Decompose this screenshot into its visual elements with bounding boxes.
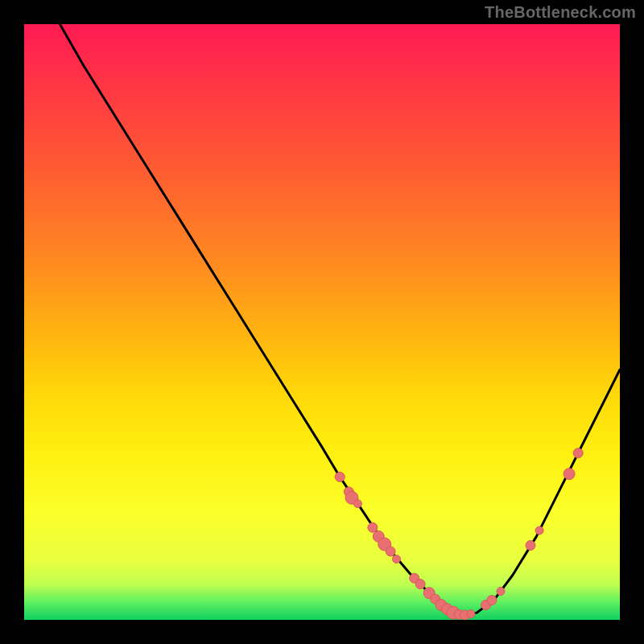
data-marker	[335, 472, 345, 481]
data-marker	[497, 587, 505, 595]
data-marker	[368, 522, 378, 532]
data-marker	[487, 596, 497, 605]
data-marker	[535, 526, 543, 535]
data-marker	[564, 469, 575, 480]
data-marker	[573, 448, 583, 458]
data-marker	[467, 610, 475, 618]
bottleneck-curve	[60, 24, 620, 615]
data-marker	[353, 500, 361, 508]
curve-layer	[24, 24, 620, 620]
data-marker	[415, 580, 425, 589]
data-markers	[335, 448, 583, 620]
data-marker	[386, 547, 395, 556]
stage: TheBottleneck.com	[0, 0, 644, 644]
watermark-text: TheBottleneck.com	[485, 3, 636, 22]
data-marker	[526, 541, 535, 551]
data-marker	[393, 555, 401, 564]
plot-area	[24, 24, 620, 620]
